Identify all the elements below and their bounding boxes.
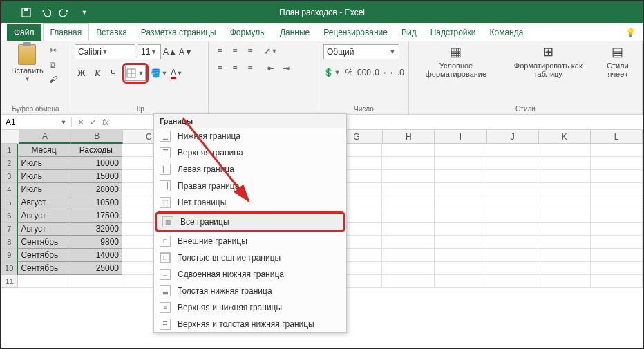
cell-J1[interactable] [486, 144, 538, 157]
row-header-6[interactable]: 6 [1, 209, 18, 223]
cell-B7[interactable]: 32000 [70, 223, 122, 236]
percent-button[interactable]: % [342, 66, 356, 79]
tab-insert[interactable]: Вставка [89, 24, 134, 41]
column-header-H[interactable]: H [383, 130, 435, 144]
cell-J2[interactable] [486, 157, 538, 170]
cell-I5[interactable] [435, 196, 486, 209]
border-left-item[interactable]: ▏Левая граница [154, 161, 346, 178]
column-header-K[interactable]: K [539, 130, 591, 144]
cell-A7[interactable]: Август [18, 223, 70, 236]
cell-A2[interactable]: Июль [18, 157, 70, 170]
cell-A8[interactable]: Сентябрь [18, 236, 70, 249]
tab-formulas[interactable]: Формулы [223, 24, 273, 41]
cell-A4[interactable]: Июль [18, 183, 70, 196]
increase-decimal-button[interactable]: .0→ [372, 66, 388, 79]
border-thick-item[interactable]: □Толстые внешние границы [154, 249, 346, 266]
cell-J10[interactable] [486, 262, 538, 275]
redo-button[interactable] [55, 3, 75, 22]
tab-home[interactable]: Главная [43, 23, 90, 41]
border-bottom-item[interactable]: ▁Нижняя граница [154, 128, 346, 144]
cell-H3[interactable] [382, 170, 434, 183]
cell-L10[interactable] [591, 262, 643, 275]
cell-L3[interactable] [591, 170, 643, 183]
column-header-L[interactable]: L [591, 130, 643, 144]
border-right-item[interactable]: ▕Правая граница [154, 178, 346, 194]
align-middle-button[interactable]: ≡ [228, 44, 242, 58]
cell-I9[interactable] [435, 249, 486, 262]
cell-B3[interactable]: 15000 [70, 170, 122, 183]
cell-J9[interactable] [486, 249, 538, 262]
column-header-B[interactable]: B [71, 130, 123, 144]
cell-I6[interactable] [435, 209, 486, 223]
font-size-combo[interactable]: 11▼ [138, 44, 161, 59]
cell-I2[interactable] [435, 157, 486, 170]
cell-K6[interactable] [538, 209, 590, 223]
cell-B8[interactable]: 9800 [70, 236, 122, 249]
cell-I8[interactable] [435, 236, 486, 249]
cell-B2[interactable]: 10000 [70, 157, 122, 170]
accounting-button[interactable]: 💲▼ [323, 66, 341, 79]
align-right-button[interactable]: ≡ [243, 62, 257, 75]
cell-H8[interactable] [382, 236, 434, 249]
name-box[interactable]: A1▼ [1, 117, 72, 127]
cell-K3[interactable] [538, 170, 590, 183]
cell-styles-button[interactable]: ▤Стили ячеек [598, 44, 638, 104]
border-outside-item[interactable]: □Внешние границы [154, 233, 346, 249]
column-header-I[interactable]: I [435, 130, 486, 144]
cell-J5[interactable] [486, 196, 538, 209]
row-header-8[interactable]: 8 [1, 236, 18, 249]
cell-L2[interactable] [591, 157, 643, 170]
cell-H11[interactable] [382, 275, 434, 288]
cell-J11[interactable] [486, 275, 538, 288]
tab-file[interactable]: Файл [7, 24, 41, 41]
save-button[interactable] [17, 3, 36, 22]
align-left-button[interactable]: ≡ [213, 62, 227, 75]
cancel-icon[interactable]: ✕ [77, 117, 84, 127]
cell-K9[interactable] [538, 249, 590, 262]
cell-A11[interactable] [18, 275, 70, 288]
cell-I11[interactable] [435, 275, 486, 288]
cell-H2[interactable] [382, 157, 434, 170]
row-header-2[interactable]: 2 [1, 157, 18, 170]
fx-icon[interactable]: fx [102, 117, 108, 127]
cell-B10[interactable]: 25000 [70, 262, 122, 275]
border-none-item[interactable]: ⬚Нет границы [154, 194, 346, 211]
cell-H10[interactable] [382, 262, 434, 275]
cell-B4[interactable]: 28000 [70, 183, 122, 196]
underline-button[interactable]: Ч [106, 66, 120, 80]
cell-L4[interactable] [591, 183, 643, 196]
font-color-button[interactable]: A▼ [170, 66, 184, 80]
cell-K11[interactable] [538, 275, 590, 288]
tab-data[interactable]: Данные [273, 24, 316, 41]
cell-L1[interactable] [591, 144, 643, 157]
border-double-bottom-item[interactable]: ═Сдвоенная нижняя граница [154, 266, 346, 283]
italic-button[interactable]: К [91, 66, 104, 80]
tab-team[interactable]: Команда [483, 24, 531, 41]
select-all-corner[interactable] [1, 130, 19, 144]
cell-K10[interactable] [538, 262, 590, 275]
paste-button[interactable]: Вставить ▼ [11, 44, 44, 86]
bold-button[interactable]: Ж [75, 66, 88, 80]
row-header-3[interactable]: 3 [1, 170, 18, 183]
cell-A6[interactable]: Август [18, 209, 70, 223]
cell-K7[interactable] [538, 223, 590, 236]
cell-H6[interactable] [382, 209, 434, 223]
border-top-thick-bottom-item[interactable]: ≣Верхняя и толстая нижняя границы [154, 316, 346, 332]
cell-H9[interactable] [382, 249, 434, 262]
align-top-button[interactable]: ≡ [213, 44, 227, 58]
cell-K4[interactable] [538, 183, 590, 196]
decrease-font-button[interactable]: A▼ [179, 45, 193, 59]
font-name-combo[interactable]: Calibri▼ [75, 44, 135, 59]
cell-H4[interactable] [382, 183, 434, 196]
cell-J3[interactable] [486, 170, 538, 183]
cell-A9[interactable]: Сентябрь [18, 249, 70, 262]
tab-view[interactable]: Вид [395, 24, 424, 41]
tell-me-icon[interactable]: 💡 [618, 24, 643, 41]
copy-button[interactable]: ⧉ [46, 59, 60, 71]
column-header-J[interactable]: J [487, 130, 539, 144]
decrease-decimal-button[interactable]: ←.0 [389, 66, 404, 79]
tab-page-layout[interactable]: Разметка страницы [134, 24, 223, 41]
fill-color-button[interactable]: 🪣▼ [151, 66, 168, 80]
cell-L11[interactable] [591, 275, 643, 288]
row-header-7[interactable]: 7 [1, 223, 18, 236]
